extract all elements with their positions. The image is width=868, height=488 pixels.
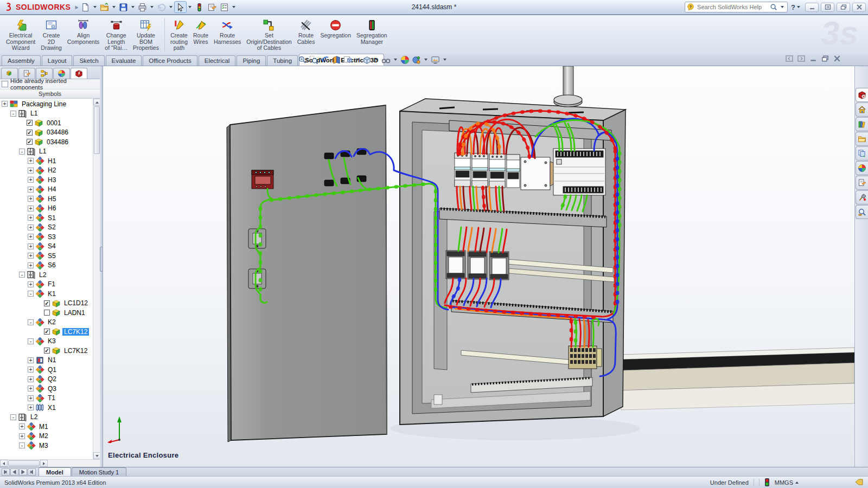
door-switch-1[interactable] xyxy=(248,229,266,248)
next-tab-button[interactable] xyxy=(19,468,27,476)
collapse-icon[interactable]: - xyxy=(28,291,34,297)
help-search-box[interactable]: ? xyxy=(685,2,788,12)
tree-row-lc7k12[interactable]: ✓LC7K12 xyxy=(0,346,93,356)
tree-row-034486[interactable]: ✓034486 xyxy=(0,137,93,147)
featuremanager-tree-tab[interactable] xyxy=(1,68,18,79)
tree-row-m1[interactable]: +M1 xyxy=(0,422,93,432)
expand-icon[interactable]: + xyxy=(19,433,25,439)
hide-show-items-dropdown[interactable] xyxy=(394,59,397,61)
tree-row-h3[interactable]: +H3 xyxy=(0,175,93,185)
collapse-icon[interactable]: - xyxy=(28,319,34,325)
expand-icon[interactable]: + xyxy=(28,404,34,410)
segregation-manager-button[interactable]: SegregationManager xyxy=(354,17,390,46)
close-document-button[interactable] xyxy=(833,54,841,64)
toolbar-expander[interactable]: ▶ xyxy=(74,2,79,12)
circuit-breakers[interactable] xyxy=(455,153,520,188)
tab-office-products[interactable]: Office Products xyxy=(143,55,197,66)
appearances-scenes-tab[interactable] xyxy=(856,161,868,175)
expand-icon[interactable]: + xyxy=(28,281,34,287)
expand-icon[interactable]: + xyxy=(2,101,8,107)
tree-row-l2[interactable]: -L2 xyxy=(0,270,93,280)
design-library-tab[interactable] xyxy=(856,117,868,131)
tree-row-s1[interactable]: +S1 xyxy=(0,213,93,223)
search-scope-dropdown[interactable] xyxy=(781,6,784,8)
expand-icon[interactable]: + xyxy=(28,158,34,164)
expand-icon[interactable]: + xyxy=(28,395,34,401)
expand-icon[interactable]: + xyxy=(28,253,34,259)
display-style-dropdown[interactable] xyxy=(375,59,378,61)
route-cables-button[interactable]: RouteCables xyxy=(295,17,318,46)
tree-row-h2[interactable]: +H2 xyxy=(0,166,93,176)
select-dropdown[interactable] xyxy=(188,6,192,8)
apply-scene-dropdown[interactable] xyxy=(424,59,427,61)
visibility-checkbox[interactable] xyxy=(44,310,50,316)
expand-icon[interactable]: + xyxy=(28,234,34,240)
print-button[interactable] xyxy=(136,1,149,13)
new-document-dropdown[interactable] xyxy=(93,6,97,8)
tree-row-k2[interactable]: -K2 xyxy=(0,318,93,328)
file-explorer-tab[interactable] xyxy=(856,132,868,146)
apply-scene-button[interactable] xyxy=(411,55,422,65)
expand-icon[interactable]: + xyxy=(28,196,34,202)
set-origin-destination-of-cables-button[interactable]: SetOrigin/Destinationof Cables xyxy=(244,17,294,53)
view-orientation-button[interactable] xyxy=(343,55,353,65)
expand-icon[interactable]: + xyxy=(28,243,34,249)
door-transformer[interactable] xyxy=(252,170,273,189)
scroll-down-arrow[interactable] xyxy=(93,452,100,459)
create-2d-drawing-button[interactable]: Create2DDrawing xyxy=(38,17,65,53)
tree-row-l1[interactable]: -L1 xyxy=(0,147,93,157)
tree-row-lc1d12[interactable]: ✓LC1D12 xyxy=(0,299,93,309)
view-settings-button[interactable] xyxy=(430,55,441,65)
tree-row-s5[interactable]: +S5 xyxy=(0,251,93,261)
minimize-window-button[interactable] xyxy=(805,3,819,12)
interference-check-button[interactable] xyxy=(193,1,206,13)
propertymanager-tab[interactable] xyxy=(18,68,35,79)
tab-piping[interactable]: Piping xyxy=(237,55,266,66)
view-orientation-dropdown[interactable] xyxy=(356,59,359,61)
tree-row-ladn1[interactable]: LADN1 xyxy=(0,308,93,318)
route-harnesses-button[interactable]: RouteHarnesses xyxy=(211,17,244,46)
collapse-pane-right-button[interactable] xyxy=(797,54,805,64)
collapse-pane-left-button[interactable] xyxy=(786,54,793,64)
tree-row-lc7k12[interactable]: ✓LC7K12 xyxy=(0,327,93,337)
expand-icon[interactable]: + xyxy=(28,224,34,230)
tree-row-q2[interactable]: +Q2 xyxy=(0,375,93,384)
minimize-document-button[interactable] xyxy=(809,54,817,64)
tree-row-h1[interactable]: +H1 xyxy=(0,156,93,166)
options-dropdown[interactable] xyxy=(232,6,235,8)
configurationmanager-tab[interactable] xyxy=(36,68,53,79)
tree-row-h6[interactable]: +H6 xyxy=(0,204,93,214)
file-properties-button[interactable] xyxy=(206,1,218,13)
tree-row-s2[interactable]: +S2 xyxy=(0,223,93,233)
door-switch-2[interactable] xyxy=(248,269,266,288)
prev-tab-button[interactable] xyxy=(10,468,18,476)
terminal-block[interactable] xyxy=(569,346,602,369)
tree-row-l1[interactable]: -L1 xyxy=(0,109,93,119)
undo-dropdown[interactable] xyxy=(169,6,173,8)
custom-properties-tab[interactable] xyxy=(856,176,868,190)
toggle-fullscreen-button[interactable] xyxy=(821,3,834,12)
visibility-checkbox[interactable]: ✓ xyxy=(27,130,33,136)
tree-row-h4[interactable]: +H4 xyxy=(0,185,93,195)
scroll-right-arrow[interactable] xyxy=(40,460,48,467)
align-components-button[interactable]: AlignComponents xyxy=(65,17,103,46)
first-tab-button[interactable] xyxy=(2,468,10,476)
tree-row-s6[interactable]: +S6 xyxy=(0,261,93,271)
tree-row-n1[interactable]: +N1 xyxy=(0,356,93,365)
tree-row-m2[interactable]: +M2 xyxy=(0,432,93,441)
restore-window-button[interactable] xyxy=(837,3,850,12)
collapse-icon[interactable]: - xyxy=(10,414,16,420)
hide-show-items-button[interactable] xyxy=(381,55,391,65)
visibility-checkbox[interactable]: ✓ xyxy=(44,300,50,306)
hide-inserted-checkbox[interactable] xyxy=(2,81,8,87)
tab-electrical[interactable]: Electrical xyxy=(199,55,236,66)
print-dropdown[interactable] xyxy=(150,6,154,8)
routing-library-tab[interactable] xyxy=(856,205,868,219)
tree-row-l2[interactable]: -L2 xyxy=(0,413,93,422)
graphics-viewport[interactable]: .w{fill:none;stroke-linecap:round;stroke… xyxy=(103,66,854,467)
open-button[interactable] xyxy=(98,1,111,13)
tag-icon[interactable] xyxy=(855,479,864,486)
tree-horizontal-scrollbar[interactable] xyxy=(0,459,100,467)
collapse-icon[interactable]: - xyxy=(10,111,16,117)
scroll-left-arrow[interactable] xyxy=(0,460,8,467)
